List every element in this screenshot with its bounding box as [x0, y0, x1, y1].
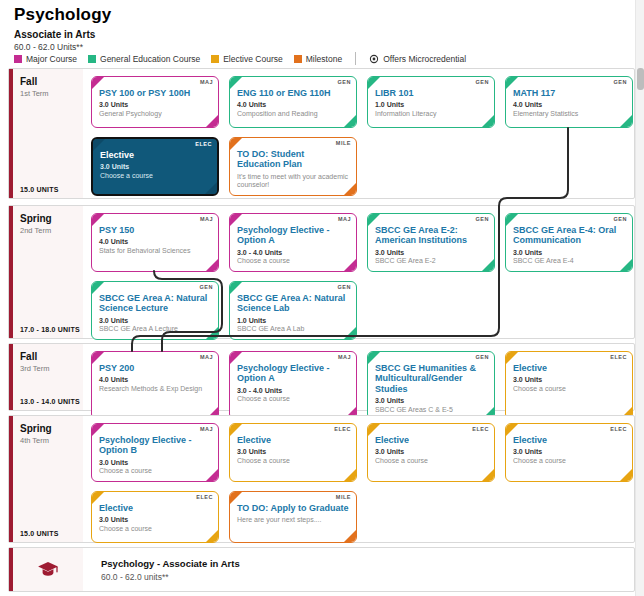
card-psych-elective-option-a-fall[interactable]: MAJ Psychology Elective - Option A 3.0 -… [229, 351, 357, 420]
card-ge-humanities-multicultural[interactable]: GEN SBCC GE Humanities & Multicultural/G… [367, 351, 495, 420]
card-ge-area-e4[interactable]: GEN SBCC GE Area E-4: Oral Communication… [505, 213, 633, 272]
legend-label: Elective Course [223, 54, 283, 64]
course-units: 3.0 - 4.0 Units [237, 249, 349, 256]
term-season: Fall [20, 351, 80, 362]
card-ge-area-a-lecture[interactable]: GEN SBCC GE Area A: Natural Science Lect… [91, 281, 219, 340]
card-category-badge: ELEC [610, 426, 627, 432]
term-units-total: 15.0 UNITS [20, 186, 80, 193]
card-libr101[interactable]: GEN LIBR 101 1.0 Units Information Liter… [367, 76, 495, 128]
card-elective-spring4-2[interactable]: ELEC Elective 3.0 Units Choose a course [367, 423, 495, 482]
card-elective-fall1-selected[interactable]: ELEC Elective 3.0 Units Choose a course [91, 137, 219, 196]
course-units: 3.0 Units [513, 448, 625, 455]
card-category-badge: MILE [336, 494, 351, 500]
course-units: 3.0 - 4.0 Units [237, 387, 349, 394]
microcredential-icon [369, 54, 379, 64]
legend-label: General Education Course [100, 54, 200, 64]
legend-divider [355, 52, 356, 65]
course-subtitle: Information Literacy [375, 110, 487, 119]
course-units: 4.0 Units [513, 101, 625, 108]
card-category-badge: GEN [476, 354, 489, 360]
course-subtitle: SBCC GE Area A Lab [237, 325, 349, 334]
card-category-badge: GEN [614, 216, 627, 222]
term-cards: MAJ PSY 200 4.0 Units Research Methods &… [83, 344, 634, 410]
course-title: Elective [237, 435, 349, 445]
course-subtitle: Choose a course [99, 467, 211, 476]
term-season: Fall [20, 76, 80, 87]
course-title: Elective [100, 150, 210, 160]
legend: Major Course General Education Course El… [14, 52, 466, 65]
term-cards: MAJ PSY 150 4.0 Units Stats for Behavior… [83, 206, 634, 338]
page-header: Psychology Associate in Arts 60.0 - 62.0… [0, 0, 644, 68]
course-units: 1.0 Units [375, 101, 487, 108]
card-psy200[interactable]: MAJ PSY 200 4.0 Units Research Methods &… [91, 351, 219, 420]
card-category-badge: ELEC [472, 426, 489, 432]
card-elective-spring4-4[interactable]: ELEC Elective 3.0 Units Choose a course [91, 491, 219, 543]
course-title: LIBR 101 [375, 88, 487, 98]
term-season: Spring [20, 213, 80, 224]
course-units: 1.0 Units [237, 317, 349, 324]
term-cards: MAJ PSY 100 or PSY 100H 3.0 Units Genera… [83, 69, 634, 198]
card-todo-student-education-plan[interactable]: MILE TO DO: Student Education Plan It's … [229, 137, 357, 196]
card-category-badge: ELEC [334, 426, 351, 432]
card-category-badge: ELEC [196, 494, 213, 500]
course-units: 3.0 Units [99, 317, 211, 324]
course-title: SBCC GE Humanities & Multicultural/Gende… [375, 363, 487, 394]
card-ge-area-a-lab[interactable]: GEN SBCC GE Area A: Natural Science Lab … [229, 281, 357, 340]
card-math117[interactable]: GEN MATH 117 4.0 Units Elementary Statis… [505, 76, 633, 128]
course-subtitle: Choose a course [237, 395, 349, 404]
legend-item-microcredential: Offers Microcredential [369, 54, 466, 64]
card-elective-spring4-1[interactable]: ELEC Elective 3.0 Units Choose a course [229, 423, 357, 482]
milestone-body: It's time to meet with your academic cou… [237, 173, 349, 191]
card-category-badge: ELEC [195, 141, 212, 147]
card-category-badge: GEN [338, 79, 351, 85]
course-subtitle: Research Methods & Exp Design [99, 385, 211, 394]
card-category-badge: ELEC [610, 354, 627, 360]
card-category-badge: MAJ [200, 426, 213, 432]
course-title: Psychology Elective - Option A [237, 225, 349, 246]
legend-item-major: Major Course [14, 54, 77, 64]
course-subtitle: Choose a course [237, 457, 349, 466]
term-number: 1st Term [20, 89, 80, 98]
course-subtitle: Elementary Statistics [513, 110, 625, 119]
program-map-board: Fall 1st Term 15.0 UNITS MAJ PSY 100 or … [0, 68, 644, 592]
card-elective-fall3[interactable]: ELEC Elective 3.0 Units Choose a course [505, 351, 633, 420]
card-eng110[interactable]: GEN ENG 110 or ENG 110H 4.0 Units Compos… [229, 76, 357, 128]
scrollbar-thumb[interactable] [637, 68, 644, 90]
term-units-total: 15.0 UNITS [20, 530, 80, 537]
course-subtitle: Choose a course [375, 457, 487, 466]
course-subtitle: SBCC GE Area E-2 [375, 257, 487, 266]
legend-item-milestone: Milestone [294, 54, 342, 64]
card-ge-area-e2[interactable]: GEN SBCC GE Area E-2: American Instituti… [367, 213, 495, 272]
course-title: Elective [99, 503, 211, 513]
term-number: 2nd Term [20, 226, 80, 235]
course-units: 3.0 Units [100, 163, 210, 170]
course-units: 3.0 Units [513, 249, 625, 256]
course-subtitle: SBCC GE Areas C & E-5 [375, 406, 487, 415]
legend-item-general-education: General Education Course [88, 54, 200, 64]
degree-summary-row: Psychology - Associate in Arts 60.0 - 62… [8, 547, 635, 592]
term-number: 4th Term [20, 436, 80, 445]
degree-units: 60.0 - 62.0 units** [101, 572, 240, 582]
term-row-spring-4: Spring 4th Term 15.0 UNITS MAJ Psycholog… [8, 415, 635, 543]
milestone-swatch [294, 55, 302, 63]
card-category-badge: MAJ [200, 216, 213, 222]
total-units-label: 60.0 - 62.0 Units** [14, 42, 644, 52]
course-title: Elective [513, 363, 625, 373]
term-label-column: Fall 3rd Term 13.0 - 14.0 UNITS [13, 344, 83, 410]
card-category-badge: MAJ [338, 354, 351, 360]
card-psy150[interactable]: MAJ PSY 150 4.0 Units Stats for Behavior… [91, 213, 219, 272]
course-units: 3.0 Units [237, 448, 349, 455]
legend-label: Major Course [26, 54, 77, 64]
course-title: SBCC GE Area A: Natural Science Lab [237, 293, 349, 314]
course-units: 3.0 Units [375, 397, 487, 404]
card-psych-elective-option-a-spring[interactable]: MAJ Psychology Elective - Option A 3.0 -… [229, 213, 357, 272]
degree-title: Psychology - Associate in Arts [101, 558, 240, 569]
degree-type-label: Associate in Arts [14, 29, 644, 40]
card-category-badge: GEN [338, 284, 351, 290]
card-psych-elective-option-b[interactable]: MAJ Psychology Elective - Option B 3.0 U… [91, 423, 219, 482]
card-todo-apply-to-graduate[interactable]: MILE TO DO: Apply to Graduate Here are y… [229, 491, 357, 543]
term-row-fall-3: Fall 3rd Term 13.0 - 14.0 UNITS MAJ PSY … [8, 343, 635, 411]
card-elective-spring4-3[interactable]: ELEC Elective 3.0 Units Choose a course [505, 423, 633, 482]
card-psy100[interactable]: MAJ PSY 100 or PSY 100H 3.0 Units Genera… [91, 76, 219, 128]
scrollbar-track[interactable] [635, 0, 644, 596]
